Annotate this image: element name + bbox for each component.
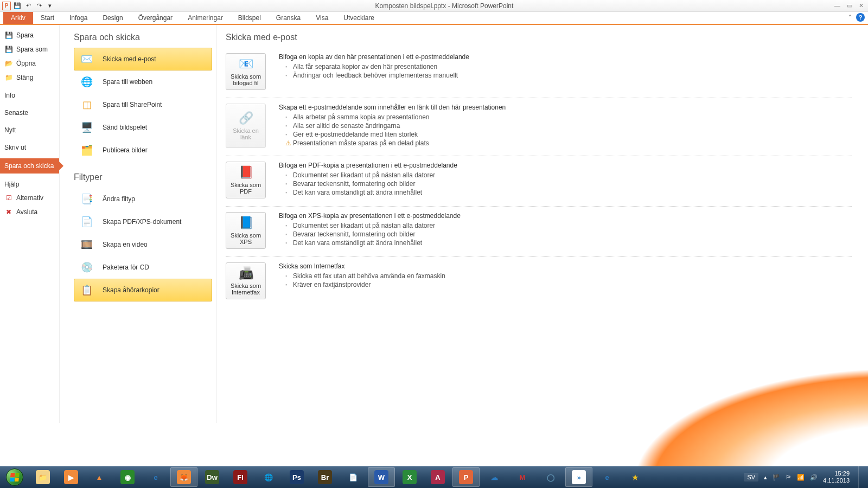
tab-infoga[interactable]: Infoga	[62, 12, 95, 24]
mid-change-filetype-label: Ändra filtyp	[103, 195, 135, 203]
tb-chrome[interactable]: 🌐	[255, 467, 282, 487]
nav-info[interactable]: Info	[0, 89, 59, 102]
ribbon-help-area: ⌃ ?	[847, 13, 865, 22]
mid-publish-slides[interactable]: 🗂️Publicera bilder	[74, 139, 212, 162]
nav-save[interactable]: 💾Spara	[0, 28, 59, 42]
nav-options-label: Alternativ	[16, 194, 43, 202]
tb-flash[interactable]: Fl	[227, 467, 254, 487]
start-button[interactable]	[2, 467, 27, 487]
tb-vlc[interactable]: ▲	[86, 467, 113, 487]
tab-utvecklare[interactable]: Utvecklare	[336, 12, 382, 24]
tb-excel[interactable]: X	[396, 467, 423, 487]
mid-create-pdf-xps[interactable]: 📄Skapa PDF/XPS-dokument	[74, 210, 212, 233]
tb-word[interactable]: W	[368, 467, 395, 487]
handouts-icon: 📋	[79, 282, 95, 298]
mid-package-cd-label: Paketera för CD	[103, 264, 149, 271]
tab-bildspel[interactable]: Bildspel	[231, 12, 269, 24]
tb-notepad[interactable]: 📄	[340, 467, 367, 487]
btn-send-as-attachment[interactable]: 📧Skicka som bifogad fil	[226, 53, 266, 90]
tray-network-icon[interactable]: 📶	[797, 474, 805, 481]
help-icon[interactable]: ?	[856, 13, 865, 22]
backstage-middle: Spara och skicka ✉️Skicka med e-post 🌐Sp…	[60, 25, 217, 423]
mid-send-email-label: Skicka med e-post	[103, 55, 156, 63]
mid-save-web[interactable]: 🌐Spara till webben	[74, 70, 212, 93]
tb-dreamweaver[interactable]: Dw	[199, 467, 226, 487]
tb-firefox[interactable]: 🦊	[170, 467, 197, 487]
nav-save-label: Spara	[16, 31, 34, 39]
section-attach: 📧Skicka som bifogad fil Bifoga en kopia …	[226, 48, 852, 98]
btn-send-as-fax[interactable]: 📠Skicka som Internetfax	[226, 262, 266, 299]
globe-icon: ◯	[544, 470, 558, 484]
desc-pdf: Bifoga en PDF-kopia a presentationen i e…	[279, 162, 852, 198]
nav-options[interactable]: ☑Alternativ	[0, 191, 59, 205]
tray-chevron-icon[interactable]: ▴	[764, 474, 767, 481]
undo-icon[interactable]: ↶	[24, 2, 33, 10]
btn-send-link-label: Skicka en länk	[227, 127, 264, 140]
close-button[interactable]: ✕	[859, 2, 864, 9]
restore-button[interactable]: ▭	[847, 2, 852, 9]
mid-create-handouts[interactable]: 📋Skapa åhörarkopior	[74, 279, 212, 301]
show-desktop-button[interactable]	[858, 466, 864, 488]
tab-granska[interactable]: Granska	[269, 12, 308, 24]
tb-explorer[interactable]: 📁	[29, 467, 56, 487]
btn-send-as-pdf[interactable]: 📕Skicka som PDF	[226, 162, 266, 198]
tb-photoshop[interactable]: Ps	[283, 467, 310, 487]
tb-bridge[interactable]: Br	[311, 467, 339, 487]
tray-volume-icon[interactable]: 🔊	[810, 474, 818, 481]
nav-recent[interactable]: Senaste	[0, 106, 59, 119]
bullet-warning: Presentationen måste sparas på en delad …	[285, 139, 852, 147]
btn-send-as-xps[interactable]: 📘Skicka som XPS	[226, 212, 266, 249]
chrome-icon: 🌐	[261, 470, 276, 484]
btn-send-as-xps-label: Skicka som XPS	[227, 232, 264, 245]
tray-flag-icon[interactable]: 🏴	[773, 474, 780, 481]
tab-overgangar[interactable]: Övergångar	[131, 12, 180, 24]
xps-icon: 📘	[239, 216, 253, 230]
nav-close[interactable]: 📁Stäng	[0, 70, 59, 85]
tab-visa[interactable]: Visa	[308, 12, 336, 24]
nav-open-label: Öppna	[16, 60, 36, 67]
nav-help[interactable]: Hjälp	[0, 178, 59, 191]
nav-exit[interactable]: ✖Avsluta	[0, 205, 59, 219]
tab-start[interactable]: Start	[33, 12, 62, 24]
qat-more-icon[interactable]: ▾	[46, 2, 54, 10]
system-tray: SV ▴ 🏴 🏳 📶 🔊 15:29 4.11.2013	[744, 466, 866, 488]
tb-wmp[interactable]: ▶	[58, 467, 85, 487]
tab-design[interactable]: Design	[95, 12, 130, 24]
nav-new[interactable]: Nytt	[0, 124, 59, 137]
tab-arkiv[interactable]: Arkiv	[3, 12, 33, 24]
tray-language[interactable]: SV	[744, 473, 758, 481]
tb-ie[interactable]: e	[142, 467, 169, 487]
tb-gmail[interactable]: M	[509, 467, 536, 487]
disk-icon: 💾	[4, 45, 13, 54]
tb-access[interactable]: A	[424, 467, 451, 487]
nav-print[interactable]: Skriv ut	[0, 141, 59, 154]
tb-favorites[interactable]: ★	[622, 467, 649, 487]
ribbon-minimize-icon[interactable]: ⌃	[847, 14, 853, 21]
video-icon: 🎞️	[79, 236, 95, 253]
mid-change-filetype[interactable]: 📑Ändra filtyp	[74, 188, 212, 210]
tab-animeringar[interactable]: Animeringar	[180, 12, 231, 24]
mid-broadcast-label: Sänd bildspelet	[103, 124, 147, 131]
nav-save-send[interactable]: Spara och skicka	[0, 158, 59, 174]
tray-clock[interactable]: 15:29 4.11.2013	[823, 470, 850, 484]
nav-save-as[interactable]: 💾Spara som	[0, 42, 59, 56]
tray-action-center-icon[interactable]: 🏳	[786, 474, 792, 480]
tb-skydrive[interactable]: ☁	[481, 467, 508, 487]
bullet: Ger ett e-postmeddelande med liten storl…	[285, 131, 852, 138]
save-icon[interactable]: 💾	[13, 2, 22, 10]
tb-ie2[interactable]: e	[593, 467, 621, 487]
redo-icon[interactable]: ↷	[35, 2, 43, 10]
tb-wmc[interactable]: ◉	[114, 467, 141, 487]
mid-save-sharepoint[interactable]: ◫Spara till SharePoint	[74, 93, 212, 116]
mid-broadcast[interactable]: 🖥️Sänd bildspelet	[74, 116, 212, 139]
mid-create-video[interactable]: 🎞️Skapa en video	[74, 233, 212, 256]
tb-powerpoint[interactable]: P	[452, 467, 480, 487]
tb-app2[interactable]: »	[565, 467, 592, 487]
nav-open[interactable]: 📂Öppna	[0, 56, 59, 70]
mid-send-email[interactable]: ✉️Skicka med e-post	[74, 48, 212, 70]
mid-package-cd[interactable]: 💿Paketera för CD	[74, 256, 212, 279]
tb-app1[interactable]: ◯	[537, 467, 564, 487]
minimize-button[interactable]: —	[834, 2, 840, 9]
bullet: Alla får separata kopior av den här pres…	[285, 63, 852, 70]
cd-icon: 💿	[79, 259, 95, 275]
